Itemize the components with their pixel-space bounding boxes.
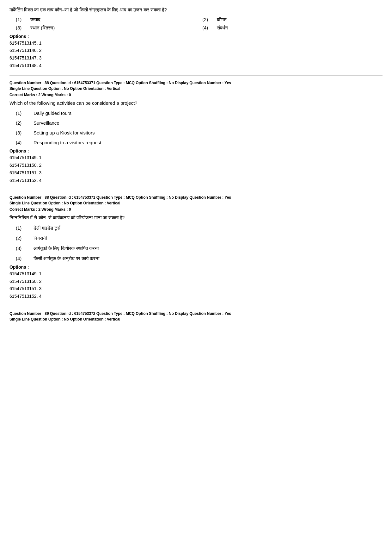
option-row-2: (2) कीमत <box>202 17 383 22</box>
q88-meta-block: Question Number : 88 Question Id : 61547… <box>9 75 383 91</box>
q88-hi-num-3: (3) <box>16 246 26 251</box>
q88-meta-line2: Single Line Question Option : No Option … <box>9 86 383 91</box>
q89-meta-block: Question Number : 89 Question Id : 61547… <box>9 306 383 322</box>
q88-correct-marks: Correct Marks : 2 Wrong Marks : 0 <box>9 93 383 97</box>
q88-en-option-1: (1) Daily guided tours <box>16 110 383 116</box>
option-code-88-hi-1: 61547513149. 1 <box>9 270 383 278</box>
option-code-87-3: 61547513147. 3 <box>9 54 383 62</box>
q88-meta2-line2: Single Line Question Option : No Option … <box>9 200 383 206</box>
option-row-1: (1) उत्पाद <box>16 17 196 22</box>
option-text-4: संवर्धन <box>217 25 228 31</box>
q88-meta-block-2: Question Number : 88 Question Id : 61547… <box>9 190 383 206</box>
options-label-88-hi: Options : <box>9 265 383 270</box>
option-code-88-hi-2: 61547513150. 2 <box>9 278 383 285</box>
q88-en-text-3: Setting up a Kiosk for visitors <box>34 130 95 135</box>
q88-en-num-2: (2) <box>16 120 26 126</box>
q88-hi-option-2: (2) निगरानी <box>16 235 383 241</box>
option-code-88-en-1: 61547513149. 1 <box>9 154 383 162</box>
option-num-3: (3) <box>16 25 25 30</box>
q88-en-num-1: (1) <box>16 110 26 116</box>
q88-hindi-options: (1) डेली गाइडेड टूर्स (2) निगरानी (3) आग… <box>16 225 383 261</box>
options-list-87: 61547513145. 1 61547513146. 2 6154751314… <box>9 40 383 70</box>
q88-hi-option-4: (4) किसी आगंतुक के अनुरोध पर कार्य करना <box>16 256 383 261</box>
option-row-4: (4) संवर्धन <box>202 25 383 31</box>
q88-en-text-2: Surveillance <box>34 120 59 126</box>
option-code-88-hi-4: 61547513152. 4 <box>9 293 383 300</box>
question-87-hindi-text: मार्केटिंग मिक्स का एक तत्व कौन–सा है जो… <box>9 6 383 14</box>
q88-en-num-4: (4) <box>16 140 26 145</box>
question-87-hindi-options-grid: (1) उत्पाद (2) कीमत (3) स्थान (वितरण) (4… <box>16 17 383 31</box>
question-88-english-text: Which of the following activities can be… <box>9 100 383 107</box>
q88-hi-num-4: (4) <box>16 256 26 261</box>
option-code-87-2: 61547513146. 2 <box>9 47 383 54</box>
q88-meta2-line1: Question Number : 88 Question Id : 61547… <box>9 195 383 200</box>
question-88-hindi-text: निम्नलिखित में से कौन–से कार्यकलाप को पर… <box>9 214 383 221</box>
question-88-hindi: निम्नलिखित में से कौन–से कार्यकलाप को पर… <box>9 214 383 300</box>
options-list-88-en: 61547513149. 1 61547513150. 2 6154751315… <box>9 154 383 184</box>
option-text-3: स्थान (वितरण) <box>30 25 55 31</box>
option-num-1: (1) <box>16 17 25 22</box>
option-text-2: कीमत <box>217 17 226 22</box>
q88-hi-option-1: (1) डेली गाइडेड टूर्स <box>16 225 383 231</box>
q88-en-text-1: Daily guided tours <box>34 110 71 116</box>
q88-en-option-4: (4) Responding to a visitors request <box>16 140 383 145</box>
options-label-87: Options : <box>9 34 383 39</box>
option-row-3: (3) स्थान (वितरण) <box>16 25 196 31</box>
option-code-88-en-4: 61547513152. 4 <box>9 177 383 184</box>
option-code-88-en-2: 61547513150. 2 <box>9 162 383 169</box>
option-text-1: उत्पाद <box>30 17 40 22</box>
q89-meta-line2: Single Line Question Option : No Option … <box>9 316 383 322</box>
q88-hi-text-4: किसी आगंतुक के अनुरोध पर कार्य करना <box>34 256 99 261</box>
q88-hi-text-2: निगरानी <box>34 235 47 241</box>
option-code-88-en-3: 61547513151. 3 <box>9 169 383 177</box>
q88-en-num-3: (3) <box>16 130 26 135</box>
q88-hi-text-1: डेली गाइडेड टूर्स <box>34 225 60 231</box>
q88-correct-marks-2: Correct Marks : 2 Wrong Marks : 0 <box>9 207 383 212</box>
option-code-87-4: 61547513148. 4 <box>9 62 383 70</box>
option-num-4: (4) <box>202 25 212 30</box>
q88-english-options: (1) Daily guided tours (2) Surveillance … <box>16 110 383 145</box>
q88-hi-option-3: (3) आगंतुकों के लिए कियोस्क स्थापित करना <box>16 246 383 251</box>
q88-meta-line1: Question Number : 88 Question Id : 61547… <box>9 80 383 86</box>
q88-hi-text-3: आगंतुकों के लिए कियोस्क स्थापित करना <box>34 246 99 251</box>
question-88-english: Which of the following activities can be… <box>9 100 383 184</box>
options-label-88-en: Options : <box>9 148 383 153</box>
q89-meta-line1: Question Number : 89 Question Id : 61547… <box>9 311 383 316</box>
option-code-87-1: 61547513145. 1 <box>9 40 383 47</box>
q88-hi-num-2: (2) <box>16 235 26 241</box>
options-list-88-hi: 61547513149. 1 61547513150. 2 6154751315… <box>9 270 383 300</box>
option-code-88-hi-3: 61547513151. 3 <box>9 285 383 293</box>
q88-en-option-2: (2) Surveillance <box>16 120 383 126</box>
option-num-2: (2) <box>202 17 212 22</box>
q88-en-option-3: (3) Setting up a Kiosk for visitors <box>16 130 383 135</box>
q88-en-text-4: Responding to a visitors request <box>34 140 101 145</box>
question-87-hindi: मार्केटिंग मिक्स का एक तत्व कौन–सा है जो… <box>9 6 383 70</box>
q88-hi-num-1: (1) <box>16 225 26 231</box>
